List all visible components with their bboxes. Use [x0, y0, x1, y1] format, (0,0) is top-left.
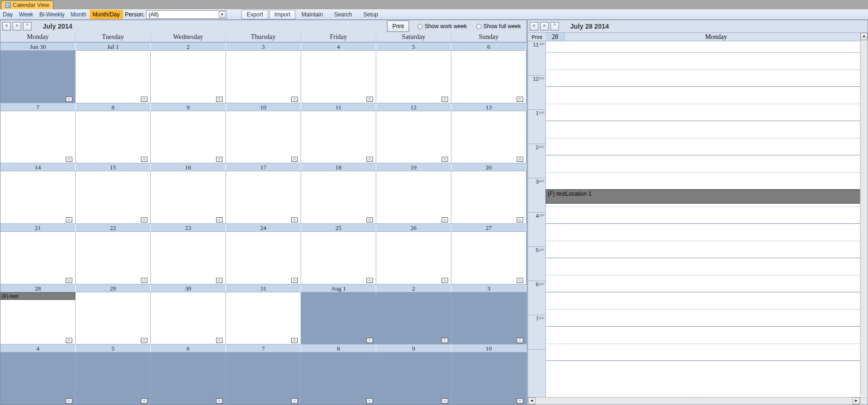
expand-cell-icon[interactable]: ^ — [141, 398, 147, 404]
expand-cell-icon[interactable]: ^ — [141, 338, 147, 343]
month-today-button[interactable]: ^ — [23, 22, 31, 31]
day-cell[interactable]: ^ — [0, 171, 76, 223]
day-cell[interactable]: ^ — [376, 352, 451, 405]
day-date-number[interactable]: 28 — [546, 33, 565, 41]
date-cell[interactable]: 31 — [226, 284, 301, 292]
day-prev-button[interactable]: < — [530, 22, 538, 31]
expand-cell-icon[interactable]: ^ — [66, 97, 72, 102]
expand-cell-icon[interactable]: ^ — [66, 398, 72, 404]
expand-cell-icon[interactable]: ^ — [291, 338, 298, 343]
expand-cell-icon[interactable]: ^ — [517, 278, 523, 283]
date-cell[interactable]: 11 — [301, 103, 376, 111]
setup-button[interactable]: Setup — [358, 10, 383, 19]
date-cell[interactable]: Jun 30 — [0, 43, 76, 50]
date-cell[interactable]: 6 — [451, 43, 527, 50]
day-cell[interactable]: ^ — [451, 171, 527, 223]
date-cell[interactable]: 16 — [151, 163, 226, 171]
view-btn-day[interactable]: Day — [0, 10, 16, 19]
person-select[interactable]: (All) ▾ — [146, 10, 227, 19]
date-cell[interactable]: 27 — [451, 224, 527, 231]
day-cell[interactable]: ^ — [451, 232, 527, 284]
expand-cell-icon[interactable]: ^ — [366, 278, 373, 283]
date-cell[interactable]: 4 — [0, 344, 76, 352]
date-cell[interactable]: 6 — [151, 344, 226, 352]
date-cell[interactable]: 8 — [301, 344, 376, 352]
half-hour-row[interactable] — [546, 275, 868, 293]
hour-rows[interactable] — [546, 53, 868, 361]
expand-cell-icon[interactable]: ^ — [141, 217, 147, 222]
expand-cell-icon[interactable]: ^ — [216, 398, 223, 404]
half-hour-row[interactable] — [546, 104, 868, 122]
date-cell[interactable]: 4 — [301, 43, 376, 50]
date-cell[interactable]: 30 — [151, 284, 226, 292]
day-cell[interactable]: ^ — [301, 171, 376, 223]
date-cell[interactable]: 17 — [226, 163, 301, 171]
expand-cell-icon[interactable]: ^ — [442, 398, 448, 404]
expand-cell-icon[interactable]: ^ — [517, 217, 523, 222]
expand-cell-icon[interactable]: ^ — [366, 338, 373, 343]
expand-cell-icon[interactable]: ^ — [442, 157, 448, 162]
half-hour-row[interactable] — [546, 173, 868, 190]
expand-cell-icon[interactable]: ^ — [517, 398, 523, 404]
dropdown-arrow-icon[interactable]: ▾ — [219, 11, 225, 18]
day-cell[interactable]: ^ — [376, 51, 451, 103]
expand-cell-icon[interactable]: ^ — [517, 338, 523, 343]
day-next-button[interactable]: > — [540, 22, 549, 31]
day-cell[interactable]: ^ — [0, 51, 76, 103]
expand-cell-icon[interactable]: ^ — [66, 278, 72, 283]
day-cell[interactable]: (F) test^ — [0, 292, 76, 344]
day-cell[interactable]: ^ — [76, 171, 151, 223]
day-cell[interactable]: ^ — [376, 171, 451, 223]
import-button[interactable]: Import — [269, 10, 295, 19]
expand-cell-icon[interactable]: ^ — [216, 157, 223, 162]
day-cell[interactable]: ^ — [151, 111, 226, 163]
expand-cell-icon[interactable]: ^ — [366, 157, 373, 162]
day-cell[interactable]: ^ — [151, 232, 226, 284]
tab-calendar-view[interactable]: Calendar View — [1, 0, 54, 9]
day-today-button[interactable]: ^ — [550, 22, 559, 31]
half-hour-row[interactable] — [546, 207, 868, 224]
day-cell[interactable]: ^ — [76, 292, 151, 344]
date-cell[interactable]: 21 — [0, 224, 76, 231]
maintain-button[interactable]: Maintain — [296, 10, 328, 19]
half-hour-row[interactable] — [546, 53, 868, 70]
day-cell[interactable]: ^ — [151, 352, 226, 405]
half-hour-row[interactable] — [546, 121, 868, 138]
expand-cell-icon[interactable]: ^ — [291, 217, 298, 222]
date-cell[interactable]: 25 — [301, 224, 376, 231]
day-cell[interactable]: ^ — [451, 292, 527, 344]
expand-cell-icon[interactable]: ^ — [66, 217, 72, 222]
view-btn-monthday[interactable]: Month/Day — [90, 10, 123, 19]
day-cell[interactable]: ^ — [76, 51, 151, 103]
expand-cell-icon[interactable]: ^ — [66, 338, 72, 343]
date-cell[interactable]: 9 — [376, 344, 451, 352]
day-cell[interactable]: ^ — [226, 171, 301, 223]
day-cell[interactable]: ^ — [76, 232, 151, 284]
expand-cell-icon[interactable]: ^ — [366, 398, 373, 404]
half-hour-row[interactable] — [546, 310, 868, 327]
day-print-button[interactable]: Print — [528, 33, 546, 41]
expand-cell-icon[interactable]: ^ — [291, 97, 298, 102]
date-cell[interactable]: 24 — [226, 224, 301, 231]
date-cell[interactable]: 5 — [76, 344, 151, 352]
date-cell[interactable]: 5 — [376, 43, 451, 50]
scroll-left-icon[interactable]: ◄ — [528, 397, 535, 405]
day-cell[interactable]: ^ — [301, 292, 376, 344]
date-cell[interactable]: 7 — [226, 344, 301, 352]
day-cell[interactable]: ^ — [226, 51, 301, 103]
expand-cell-icon[interactable]: ^ — [291, 398, 298, 404]
date-cell[interactable]: 23 — [151, 224, 226, 231]
date-cell[interactable]: 3 — [226, 43, 301, 50]
half-hour-row[interactable] — [546, 138, 868, 156]
date-cell[interactable]: 10 — [451, 344, 527, 352]
half-hour-row[interactable] — [546, 224, 868, 241]
day-cell[interactable]: ^ — [226, 292, 301, 344]
expand-cell-icon[interactable]: ^ — [216, 97, 223, 102]
day-cell[interactable]: ^ — [376, 111, 451, 163]
expand-cell-icon[interactable]: ^ — [141, 97, 147, 102]
half-hour-row[interactable] — [546, 327, 868, 344]
date-cell[interactable]: Jul 1 — [76, 43, 151, 50]
expand-cell-icon[interactable]: ^ — [366, 97, 373, 102]
date-cell[interactable]: 12 — [376, 103, 451, 111]
half-hour-row[interactable] — [546, 258, 868, 275]
